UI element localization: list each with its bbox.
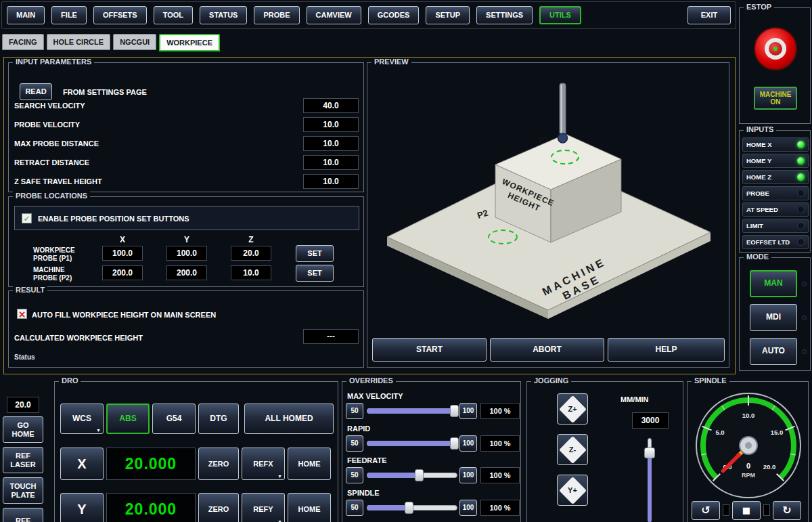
jog-y-plus-button[interactable]: Y+ bbox=[557, 475, 588, 506]
p2-set-button[interactable]: SET bbox=[296, 265, 334, 282]
all-homed-button[interactable]: ALL HOMED bbox=[244, 404, 334, 434]
jog-z-plus-button[interactable]: Z+ bbox=[557, 393, 588, 425]
home-y-button[interactable]: HOME bbox=[288, 493, 331, 522]
menu-offsets[interactable]: OFFSETS bbox=[93, 6, 147, 24]
spindle-min-button[interactable]: 50 bbox=[346, 500, 363, 516]
group-title: ESTOP bbox=[744, 3, 774, 11]
rapid-min-button[interactable]: 50 bbox=[346, 435, 363, 452]
axis-y-button[interactable]: Y bbox=[60, 493, 104, 522]
probe-velocity-input[interactable]: 10.0 bbox=[303, 117, 359, 132]
menu-tool[interactable]: TOOL bbox=[154, 6, 193, 24]
max-velocity-min-button[interactable]: 50 bbox=[346, 403, 363, 419]
max-probe-distance-input[interactable]: 10.0 bbox=[303, 136, 359, 151]
mode-mdi-button[interactable]: MDI bbox=[750, 304, 797, 331]
tab-ngcgui[interactable]: NGCGUI bbox=[113, 34, 156, 50]
abort-button[interactable]: ABORT bbox=[490, 338, 604, 362]
tab-workpiece-active[interactable]: WORKPIECE bbox=[159, 34, 220, 51]
limit-led bbox=[797, 222, 805, 230]
slider-handle[interactable] bbox=[415, 469, 424, 481]
jog-button-label: Y+ bbox=[558, 475, 587, 505]
menu-file[interactable]: FILE bbox=[51, 6, 87, 24]
slider-handle[interactable] bbox=[450, 405, 459, 417]
search-velocity-input[interactable]: 40.0 bbox=[303, 98, 359, 113]
jog-z-minus-button[interactable]: Z- bbox=[557, 434, 588, 465]
wcs-button[interactable]: WCS ▼ bbox=[60, 404, 104, 434]
slider-handle[interactable] bbox=[405, 502, 413, 514]
tab-facing[interactable]: FACING bbox=[2, 34, 44, 50]
home-y-led bbox=[797, 157, 805, 165]
p1-y-input[interactable]: 100.0 bbox=[166, 246, 207, 261]
max-velocity-max-button[interactable]: 100 bbox=[459, 403, 477, 419]
group-title: OVERRIDES bbox=[346, 376, 396, 385]
exit-button[interactable]: EXIT bbox=[687, 6, 731, 24]
svg-text:5.0: 5.0 bbox=[715, 429, 724, 436]
retract-distance-input[interactable]: 10.0 bbox=[303, 155, 359, 170]
spindle-cw-button[interactable]: ↻ bbox=[773, 501, 801, 520]
button-line: TOUCH bbox=[10, 482, 37, 491]
menu-main[interactable]: MAIN bbox=[7, 6, 45, 24]
menu-setup[interactable]: SETUP bbox=[426, 6, 470, 24]
input-parameters-group: INPUT PARAMETERS READ FROM SETTINGS PAGE… bbox=[8, 62, 364, 192]
abs-button-active[interactable]: ABS bbox=[106, 404, 150, 434]
slider-handle[interactable] bbox=[644, 448, 655, 458]
zero-x-button[interactable]: ZERO bbox=[198, 448, 239, 480]
ref-laser-button[interactable]: REF LASER bbox=[3, 447, 43, 473]
probe-led bbox=[797, 190, 805, 197]
zero-y-button[interactable]: ZERO bbox=[198, 493, 239, 522]
menu-status[interactable]: STATUS bbox=[200, 6, 247, 24]
enable-probe-checkbox[interactable]: ✓ bbox=[22, 213, 32, 223]
touch-plate-button[interactable]: TOUCH PLATE bbox=[3, 477, 43, 504]
axis-x-button[interactable]: X bbox=[60, 448, 104, 480]
estop-button[interactable] bbox=[754, 27, 797, 70]
go-home-button[interactable]: GO HOME bbox=[3, 416, 43, 443]
spindle-max-button[interactable]: 100 bbox=[459, 500, 477, 516]
autofill-checkbox[interactable]: × bbox=[17, 309, 27, 319]
menu-utils-active[interactable]: UTILS bbox=[539, 6, 581, 24]
mode-auto-button[interactable]: AUTO bbox=[750, 338, 797, 365]
menu-settings[interactable]: SETTINGS bbox=[476, 6, 533, 24]
g54-button[interactable]: G54 bbox=[152, 404, 196, 434]
machine-on-button[interactable]: MACHINE ON bbox=[754, 87, 797, 110]
menu-probe[interactable]: PROBE bbox=[254, 6, 299, 24]
menu-camview[interactable]: CAMVIEW bbox=[307, 6, 361, 24]
rapid-max-button[interactable]: 100 bbox=[459, 435, 477, 452]
mode-mdi-led bbox=[802, 316, 807, 320]
p2-x-input[interactable]: 200.0 bbox=[102, 265, 143, 280]
p2-z-input[interactable]: 10.0 bbox=[231, 265, 271, 280]
feedrate-min-button[interactable]: 50 bbox=[346, 467, 363, 483]
home-x-button[interactable]: HOME bbox=[288, 448, 331, 480]
chevron-down-icon: ▼ bbox=[277, 474, 282, 479]
workpiece-probe-label-2: PROBE (P1) bbox=[33, 255, 72, 262]
rapid-slider[interactable] bbox=[367, 437, 457, 450]
p1-set-button[interactable]: SET bbox=[296, 245, 334, 262]
help-button[interactable]: HELP bbox=[608, 338, 725, 362]
slider-handle[interactable] bbox=[450, 437, 459, 450]
z-safe-travel-input[interactable]: 10.0 bbox=[303, 174, 359, 189]
p1-x-input[interactable]: 100.0 bbox=[102, 246, 143, 261]
ref-button[interactable]: REF bbox=[3, 508, 43, 522]
refx-button[interactable]: REFX ▼ bbox=[242, 448, 285, 480]
spindle-override-label: SPINDLE bbox=[347, 489, 380, 497]
column-header-y: Y bbox=[166, 235, 207, 244]
touch-height-input[interactable]: 20.0 bbox=[7, 397, 39, 413]
probe-locations-group: PROBE LOCATIONS ✓ ENABLE PROBE POSITION … bbox=[8, 196, 364, 287]
refy-button[interactable]: REFY ▼ bbox=[242, 493, 285, 522]
start-button[interactable]: START bbox=[372, 338, 487, 362]
retract-distance-label: RETRACT DISTANCE bbox=[14, 158, 89, 167]
jog-rate-slider[interactable] bbox=[644, 438, 656, 522]
spindle-ccw-button[interactable]: ↺ bbox=[692, 501, 720, 520]
max-velocity-slider[interactable] bbox=[367, 405, 457, 417]
dtg-button[interactable]: DTG bbox=[198, 404, 239, 434]
feedrate-slider[interactable] bbox=[367, 469, 457, 481]
tab-hole-circle[interactable]: HOLE CIRCLE bbox=[47, 34, 111, 50]
read-button[interactable]: READ bbox=[20, 83, 52, 100]
home-z-label: HOME Z bbox=[746, 173, 771, 181]
p2-y-input[interactable]: 200.0 bbox=[166, 265, 207, 280]
input-status-row: HOME Z bbox=[742, 170, 809, 184]
spindle-slider[interactable] bbox=[367, 502, 457, 514]
feedrate-max-button[interactable]: 100 bbox=[459, 467, 477, 483]
menu-gcodes[interactable]: GCODES bbox=[368, 6, 420, 24]
mode-man-button[interactable]: MAN bbox=[750, 270, 797, 297]
spindle-stop-button[interactable]: ■ bbox=[732, 501, 761, 520]
p1-z-input[interactable]: 20.0 bbox=[231, 246, 271, 261]
